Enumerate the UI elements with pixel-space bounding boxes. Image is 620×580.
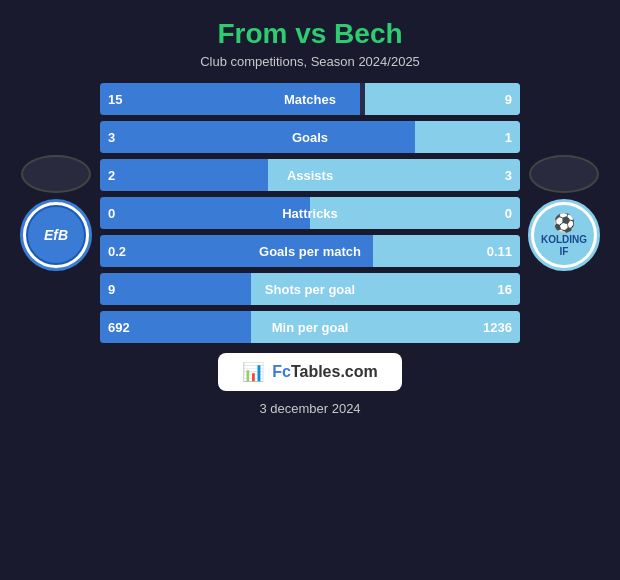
stat-left-value-3: 0 bbox=[108, 206, 115, 221]
match-date: 3 december 2024 bbox=[259, 401, 360, 416]
stat-left-value-1: 3 bbox=[108, 130, 115, 145]
stat-row-0: 15Matches9 bbox=[100, 83, 520, 115]
stat-label-6: Min per goal bbox=[272, 320, 349, 335]
left-team-logo: EfB bbox=[20, 199, 92, 271]
stat-right-value-1: 1 bbox=[505, 130, 512, 145]
stat-label-2: Assists bbox=[287, 168, 333, 183]
stats-container: 15Matches93Goals12Assists30Hattricks00.2… bbox=[100, 83, 520, 343]
subtitle: Club competitions, Season 2024/2025 bbox=[200, 54, 420, 69]
stat-label-3: Hattricks bbox=[282, 206, 338, 221]
stat-left-value-6: 692 bbox=[108, 320, 130, 335]
stat-row-3: 0Hattricks0 bbox=[100, 197, 520, 229]
stat-right-value-2: 3 bbox=[505, 168, 512, 183]
stat-left-value-2: 2 bbox=[108, 168, 115, 183]
left-oval bbox=[21, 155, 91, 193]
fctables-label: FcTables.com bbox=[272, 363, 378, 381]
stat-row-5: 9Shots per goal16 bbox=[100, 273, 520, 305]
stat-row-4: 0.2Goals per match0.11 bbox=[100, 235, 520, 267]
stat-label-0: Matches bbox=[284, 92, 336, 107]
stat-label-5: Shots per goal bbox=[265, 282, 355, 297]
stat-right-value-3: 0 bbox=[505, 206, 512, 221]
fctables-icon: 📊 bbox=[242, 361, 264, 383]
stat-right-value-0: 9 bbox=[505, 92, 512, 107]
main-content: EfB 15Matches93Goals12Assists30Hattricks… bbox=[20, 83, 600, 343]
stat-row-1: 3Goals1 bbox=[100, 121, 520, 153]
stat-left-value-5: 9 bbox=[108, 282, 115, 297]
right-oval bbox=[529, 155, 599, 193]
stat-right-value-5: 16 bbox=[498, 282, 512, 297]
stat-left-value-4: 0.2 bbox=[108, 244, 126, 259]
stat-label-1: Goals bbox=[292, 130, 328, 145]
right-team-logo: ⚽ KOLDINGIF bbox=[528, 199, 600, 271]
right-team-name: KOLDINGIF bbox=[541, 234, 587, 258]
stat-left-value-0: 15 bbox=[108, 92, 122, 107]
stat-label-4: Goals per match bbox=[259, 244, 361, 259]
stat-right-value-4: 0.11 bbox=[487, 244, 512, 259]
stat-row-2: 2Assists3 bbox=[100, 159, 520, 191]
fctables-banner: 📊 FcTables.com bbox=[218, 353, 402, 391]
left-team-abbr: EfB bbox=[44, 227, 68, 243]
stat-right-value-6: 1236 bbox=[483, 320, 512, 335]
page-title: From vs Bech bbox=[217, 18, 402, 50]
stat-row-6: 692Min per goal1236 bbox=[100, 311, 520, 343]
